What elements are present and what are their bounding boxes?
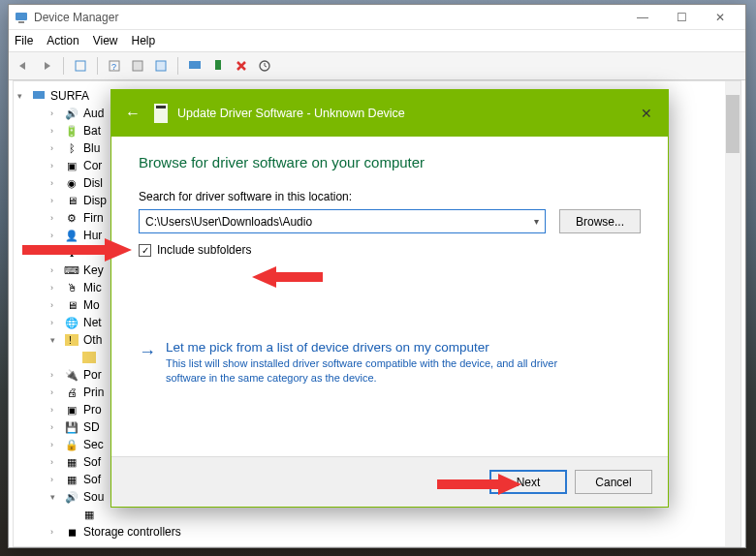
device-icon: ℹ (64, 246, 79, 260)
toolbar-properties-icon[interactable] (70, 55, 91, 77)
path-row: C:\Users\User\Downloads\Audio ▾ Browse..… (139, 209, 641, 233)
svg-rect-2 (76, 61, 85, 71)
device-icon (81, 351, 97, 364)
menu-action[interactable]: Action (47, 34, 79, 47)
window-controls: — ☐ ✕ (623, 6, 740, 29)
toolbar-help-icon[interactable]: ? (104, 55, 125, 77)
dm-window-title: Device Manager (34, 11, 623, 24)
device-icon: ⌨ (64, 263, 79, 277)
manual-pick-desc: This list will show installed driver sof… (166, 356, 592, 386)
search-location-label: Search for driver software in this locat… (139, 190, 641, 203)
dm-titlebar[interactable]: Device Manager — ☐ ✕ (9, 5, 745, 30)
dialog-footer: Next Cancel (111, 456, 668, 507)
manual-pick-link[interactable]: → Let me pick from a list of device driv… (139, 340, 641, 386)
dialog-title: Update Driver Software - Unknown Device (177, 107, 635, 120)
device-icon: 🔋 (64, 124, 79, 138)
device-icon: 🔒 (64, 438, 79, 451)
device-icon: ▣ (64, 159, 79, 172)
tree-item[interactable]: ▦ (16, 506, 739, 523)
device-icon: ▦ (64, 473, 79, 486)
tree-root-label: SURFA (50, 89, 89, 103)
tree-scrollbar[interactable] (725, 81, 740, 546)
disk-icon (152, 103, 170, 124)
device-icon: 🔌 (64, 368, 79, 382)
device-icon: ◉ (64, 176, 79, 190)
driver-path-value: C:\Users\User\Downloads\Audio (145, 215, 312, 229)
driver-path-input[interactable]: C:\Users\User\Downloads\Audio ▾ (139, 209, 546, 233)
browse-button[interactable]: Browse... (559, 209, 641, 233)
manual-pick-title: Let me pick from a list of device driver… (166, 340, 592, 355)
svg-rect-5 (133, 61, 142, 71)
dm-menubar: File Action View Help (9, 30, 745, 51)
include-subfolders-label: Include subfolders (157, 243, 251, 257)
svg-rect-8 (215, 60, 221, 70)
device-icon: 🔊 (64, 490, 79, 504)
device-icon: 🔊 (64, 107, 79, 120)
svg-rect-0 (16, 13, 27, 20)
menu-help[interactable]: Help (132, 34, 156, 47)
update-driver-dialog: ← Update Driver Software - Unknown Devic… (110, 89, 669, 508)
device-manager-icon (15, 11, 28, 24)
maximize-button[interactable]: ☐ (662, 6, 701, 29)
dm-toolbar: ? (9, 51, 745, 80)
device-icon: 💾 (64, 420, 79, 434)
device-icon: ▦ (81, 508, 97, 521)
device-icon: ᛒ (64, 141, 79, 155)
device-icon: ◼ (64, 525, 79, 539)
svg-rect-13 (82, 352, 96, 363)
device-icon: ⚙ (64, 211, 79, 225)
dialog-close-button[interactable]: ✕ (635, 102, 658, 125)
device-icon: ▦ (64, 455, 79, 469)
dialog-body: Browse for driver software on your compu… (111, 137, 668, 386)
include-subfolders-checkbox[interactable]: ✓ (139, 244, 151, 257)
svg-rect-15 (156, 106, 166, 108)
device-icon: 🖥 (64, 194, 79, 207)
toolbar-update-icon[interactable] (207, 55, 229, 77)
menu-file[interactable]: File (15, 34, 33, 47)
menu-view[interactable]: View (93, 34, 118, 47)
svg-rect-7 (189, 61, 201, 69)
close-button[interactable]: ✕ (701, 6, 740, 29)
device-icon: ! (64, 333, 79, 347)
toolbar-uninstall-icon[interactable] (231, 55, 252, 77)
tree-item[interactable]: ›◼Storage controllers (16, 523, 739, 541)
device-icon: 👤 (64, 229, 79, 242)
include-subfolders-row[interactable]: ✓ Include subfolders (139, 243, 641, 257)
toolbar-scan-icon[interactable] (127, 55, 148, 77)
device-icon: 🖥 (64, 298, 79, 312)
svg-text:?: ? (111, 62, 116, 72)
minimize-button[interactable]: — (623, 6, 662, 29)
dialog-back-button[interactable]: ← (121, 102, 144, 125)
arrow-right-icon: → (139, 342, 156, 362)
svg-rect-6 (156, 61, 166, 71)
svg-rect-11 (65, 334, 79, 346)
device-icon: 🖨 (64, 386, 79, 399)
svg-rect-1 (18, 21, 24, 23)
svg-rect-10 (33, 91, 45, 99)
device-icon: ▣ (64, 403, 79, 417)
toolbar-list-icon[interactable] (150, 55, 172, 77)
toolbar-monitor-icon[interactable] (184, 55, 205, 77)
computer-icon (31, 89, 47, 103)
next-button[interactable]: Next (489, 470, 567, 494)
dropdown-icon[interactable]: ▾ (534, 216, 539, 227)
dialog-header: ← Update Driver Software - Unknown Devic… (111, 90, 668, 137)
device-icon: 🖱 (64, 281, 79, 294)
toolbar-refresh-icon[interactable] (254, 55, 275, 77)
dialog-heading: Browse for driver software on your compu… (139, 154, 641, 170)
device-icon: 🌐 (64, 316, 79, 329)
toolbar-forward-icon[interactable] (36, 55, 57, 77)
cancel-button[interactable]: Cancel (575, 470, 652, 494)
toolbar-back-icon[interactable] (13, 55, 34, 77)
svg-text:!: ! (69, 335, 72, 346)
